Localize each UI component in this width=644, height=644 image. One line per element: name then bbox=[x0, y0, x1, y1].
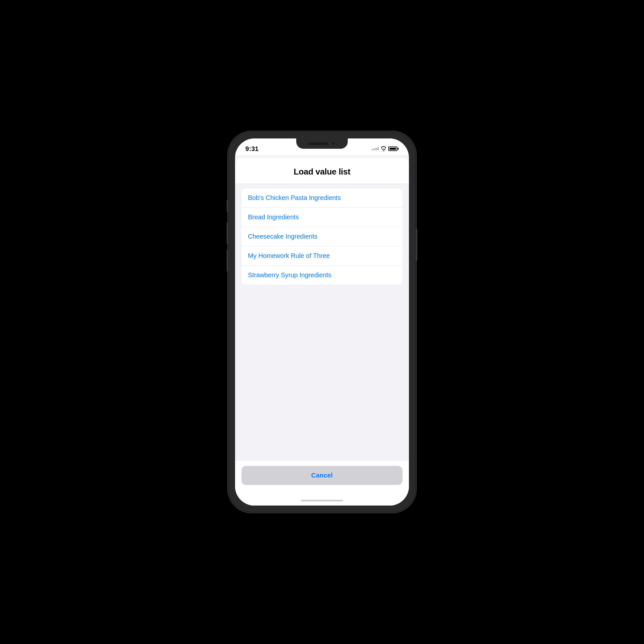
cancel-button[interactable]: Cancel bbox=[241, 466, 403, 485]
list-item-label: Strawberry Syrup Ingredients bbox=[248, 271, 331, 279]
battery-icon bbox=[388, 147, 399, 151]
list-item-label: Cheesecake Ingredients bbox=[248, 233, 317, 240]
modal-header: Load value list bbox=[235, 158, 409, 183]
wifi-icon bbox=[381, 146, 386, 152]
home-indicator bbox=[235, 495, 409, 506]
signal-icon bbox=[372, 147, 379, 150]
mute-button bbox=[227, 200, 228, 212]
list-item[interactable]: Bob's Chicken Pasta Ingredients bbox=[241, 188, 403, 208]
notch bbox=[296, 138, 348, 149]
power-button bbox=[416, 229, 417, 261]
home-bar bbox=[301, 500, 343, 501]
phone-screen: 9:31 bbox=[235, 138, 409, 506]
list-item[interactable]: My Homework Rule of Three bbox=[241, 246, 403, 266]
list-item[interactable]: Cheesecake Ingredients bbox=[241, 227, 403, 246]
status-icons bbox=[372, 146, 399, 152]
modal-content: Bob's Chicken Pasta Ingredients Bread In… bbox=[235, 183, 409, 461]
camera bbox=[331, 141, 336, 146]
volume-up-button bbox=[227, 222, 228, 244]
phone-device: 9:31 bbox=[229, 132, 415, 512]
modal-footer: Cancel bbox=[235, 461, 409, 495]
status-time: 9:31 bbox=[245, 145, 259, 153]
list-item-label: Bob's Chicken Pasta Ingredients bbox=[248, 194, 341, 202]
status-bar: 9:31 bbox=[235, 138, 409, 155]
modal-title: Load value list bbox=[241, 167, 403, 177]
list-item-label: My Homework Rule of Three bbox=[248, 252, 330, 260]
speaker bbox=[308, 143, 328, 145]
list-item-label: Bread Ingredients bbox=[248, 213, 299, 221]
list-item[interactable]: Strawberry Syrup Ingredients bbox=[241, 266, 403, 285]
list-item[interactable]: Bread Ingredients bbox=[241, 208, 403, 227]
modal-sheet: Load value list Bob's Chicken Pasta Ingr… bbox=[235, 158, 409, 506]
value-list: Bob's Chicken Pasta Ingredients Bread In… bbox=[241, 188, 403, 285]
volume-down-button bbox=[227, 250, 228, 271]
